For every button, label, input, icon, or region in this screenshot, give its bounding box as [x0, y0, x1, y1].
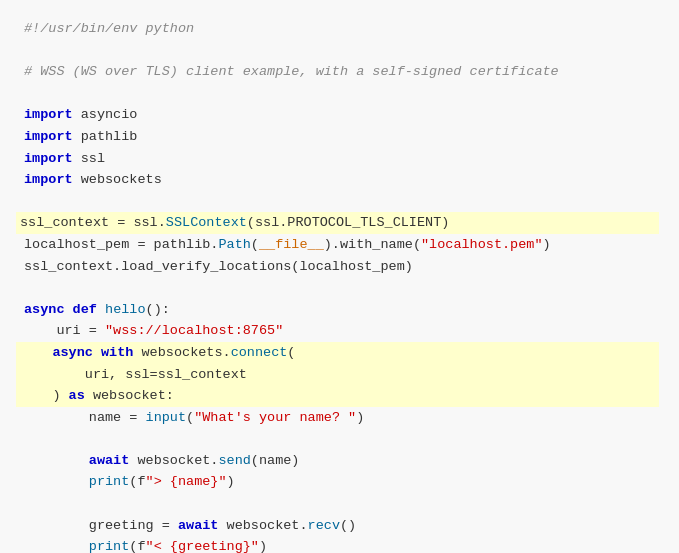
line-name-input: name = input("What's your name? ")	[20, 407, 659, 429]
line-connect-args: uri, ssl=ssl_context	[16, 364, 659, 386]
line-await-send: await websocket.send(name)	[20, 450, 659, 472]
line-async-def: async def hello():	[20, 299, 659, 321]
line-shebang: #!/usr/bin/env python	[20, 18, 659, 40]
line-import3: import ssl	[20, 148, 659, 170]
line-print2: print(f"< {greeting}")	[20, 536, 659, 553]
line-comment1: # WSS (WS over TLS) client example, with…	[20, 61, 659, 83]
line-print1: print(f"> {name}")	[20, 471, 659, 493]
code-block: #!/usr/bin/env python # WSS (WS over TLS…	[0, 0, 679, 553]
line-load-verify: ssl_context.load_verify_locations(localh…	[20, 256, 659, 278]
line-uri: uri = "wss://localhost:8765"	[20, 320, 659, 342]
line-import4: import websockets	[20, 169, 659, 191]
line-import2: import pathlib	[20, 126, 659, 148]
line-import1: import asyncio	[20, 104, 659, 126]
line-greeting: greeting = await websocket.recv()	[20, 515, 659, 537]
line-localhost-pem: localhost_pem = pathlib.Path(__file__).w…	[20, 234, 659, 256]
line-as-ws: ) as websocket:	[16, 385, 659, 407]
line-async-with: async with websockets.connect(	[16, 342, 659, 364]
line-ssl-context: ssl_context = ssl.SSLContext(ssl.PROTOCO…	[16, 212, 659, 234]
